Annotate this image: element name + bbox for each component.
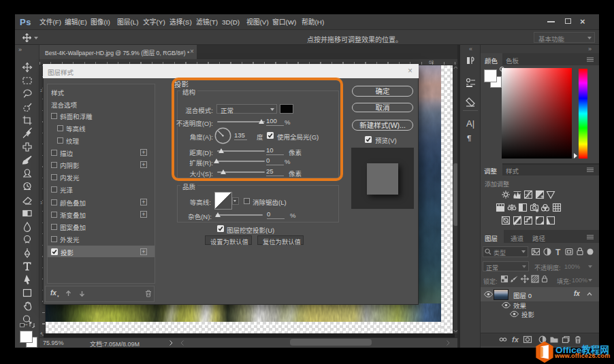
- svg-text:¶: ¶: [467, 134, 471, 142]
- svg-text:T: T: [555, 248, 561, 257]
- svg-text:fx: fx: [512, 335, 519, 344]
- svg-text:A|: A|: [466, 118, 474, 129]
